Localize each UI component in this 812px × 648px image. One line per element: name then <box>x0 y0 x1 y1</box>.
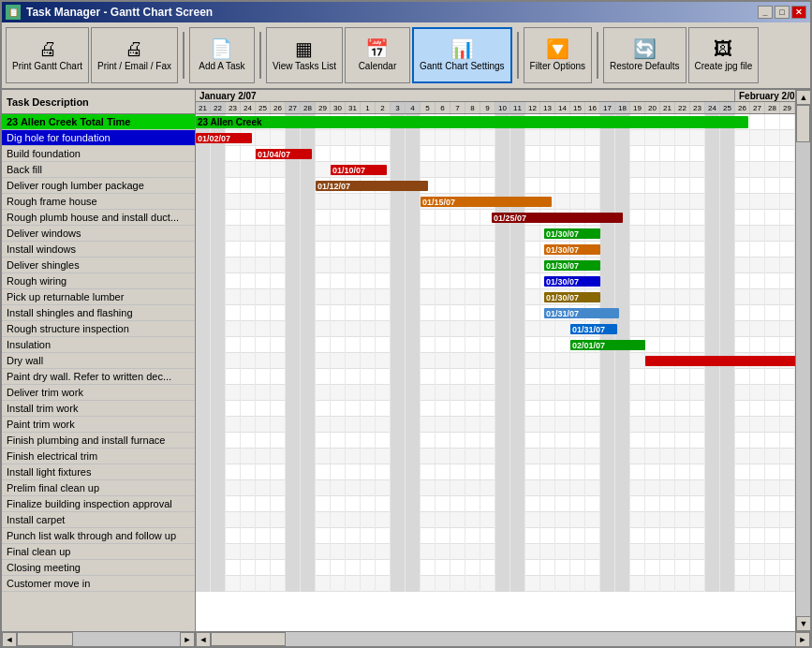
task-row[interactable]: Punch list walk through and follow up <box>2 528 195 544</box>
gantt-cell <box>436 417 450 433</box>
task-row[interactable]: Finalize building inspection approval <box>2 496 195 512</box>
gantt-cell <box>645 273 660 289</box>
task-row[interactable]: Install trim work <box>2 401 195 417</box>
gantt-cell <box>301 321 316 337</box>
gantt-cell <box>675 194 690 210</box>
filter-options-button[interactable]: 🔽 Filter Options <box>524 27 592 83</box>
create-jpg-button[interactable]: 🖼 Create jpg file <box>688 27 760 83</box>
gantt-cell <box>780 130 795 146</box>
task-row[interactable]: Back fill <box>2 162 195 178</box>
gantt-cell <box>406 401 421 417</box>
gantt-cell <box>376 496 391 512</box>
task-row[interactable]: Install light fixtures <box>2 464 195 480</box>
gantt-cell <box>690 496 705 512</box>
gantt-cell <box>480 528 495 544</box>
gantt-cell <box>331 305 346 321</box>
scroll-v-thumb[interactable] <box>796 105 810 142</box>
gantt-cell <box>256 576 271 592</box>
task-row[interactable]: Deliver shingles <box>2 258 195 273</box>
gantt-cell <box>361 385 376 401</box>
gantt-cell <box>346 226 361 242</box>
task-row[interactable]: Rough frame house <box>2 194 195 210</box>
task-row[interactable]: Install carpet <box>2 512 195 528</box>
gantt-settings-button[interactable]: 📊 Gantt Chart Settings <box>412 27 512 83</box>
task-scroll-right[interactable]: ► <box>180 632 195 647</box>
add-task-button[interactable]: 📄 Add A Task <box>189 27 255 83</box>
gantt-cell <box>735 544 750 560</box>
task-row[interactable]: 23 Allen Creek Total Time <box>2 114 195 130</box>
gantt-cell <box>645 385 660 401</box>
gantt-cell <box>301 385 316 401</box>
scroll-up-button[interactable]: ▲ <box>796 90 810 105</box>
gantt-scroll-thumb[interactable] <box>211 632 286 646</box>
task-row[interactable]: Deliver trim work <box>2 385 195 401</box>
task-row[interactable]: Finish plumbing and install furnace <box>2 433 195 449</box>
print-email-button[interactable]: 🖨 Print / Email / Fax <box>91 27 178 83</box>
gantt-cell <box>645 544 660 560</box>
maximize-button[interactable]: □ <box>775 6 790 19</box>
task-row[interactable]: Rough wiring <box>2 273 195 289</box>
gantt-cell <box>525 449 540 464</box>
task-row[interactable]: Rough structure inspection <box>2 321 195 337</box>
gantt-cell <box>286 512 301 528</box>
window-title: Task Manager - Gantt Chart Screen <box>26 6 758 19</box>
task-row[interactable]: Install shingles and flashing <box>2 305 195 321</box>
gantt-cell <box>465 273 480 289</box>
task-row[interactable]: Paint dry wall. Refer to written dec... <box>2 369 195 385</box>
calendar-button[interactable]: 📅 Calendar <box>345 27 410 83</box>
gantt-settings-label: Gantt Chart Settings <box>420 61 505 71</box>
task-row[interactable]: Pick up returnable lumber <box>2 289 195 305</box>
task-scroll-left[interactable]: ◄ <box>2 632 17 647</box>
gantt-day: 24 <box>705 102 720 114</box>
task-row[interactable]: Paint trim work <box>2 417 195 433</box>
task-row[interactable]: Dry wall <box>2 353 195 369</box>
gantt-cell <box>645 401 660 417</box>
task-row[interactable]: Deliver windows <box>2 226 195 242</box>
minimize-button[interactable]: _ <box>758 6 773 19</box>
task-row[interactable]: Rough plumb house and install duct... <box>2 210 195 226</box>
close-button[interactable]: ✕ <box>791 6 806 19</box>
task-row[interactable]: Finish electrical trim <box>2 449 195 464</box>
gantt-cell <box>705 242 720 258</box>
gantt-cell <box>585 544 600 560</box>
gantt-cell <box>690 528 705 544</box>
task-row[interactable]: Insulation <box>2 337 195 353</box>
task-row[interactable]: Build foundation <box>2 146 195 162</box>
gantt-cell <box>301 369 316 385</box>
gantt-cell <box>361 449 376 464</box>
gantt-cell <box>780 194 795 210</box>
gantt-cell <box>271 305 286 321</box>
gantt-cell <box>630 178 645 194</box>
gantt-cell <box>241 369 256 385</box>
gantt-cell <box>421 385 436 401</box>
task-row[interactable]: Deliver rough lumber package <box>2 178 195 194</box>
gantt-cell <box>690 258 705 273</box>
task-scroll-thumb[interactable] <box>17 632 73 646</box>
view-tasks-button[interactable]: ▦ View Tasks List <box>266 27 343 83</box>
gantt-bar: 01/30/07 <box>544 244 600 255</box>
gantt-cell <box>196 226 211 242</box>
task-row[interactable]: Final clean up <box>2 544 195 560</box>
gantt-day: 27 <box>750 102 765 114</box>
gantt-cell <box>690 464 705 480</box>
task-row[interactable]: Closing meeting <box>2 560 195 576</box>
scroll-down-button[interactable]: ▼ <box>796 616 810 631</box>
gantt-scroll-right[interactable]: ► <box>795 632 810 647</box>
gantt-row: 02/01/07 <box>196 337 810 353</box>
gantt-cell <box>196 242 211 258</box>
gantt-cell <box>645 512 660 528</box>
gantt-cell <box>480 576 495 592</box>
print-gantt-button[interactable]: 🖨 Print Gantt Chart <box>6 27 89 83</box>
gantt-cell <box>690 210 705 226</box>
task-row[interactable]: Prelim final clean up <box>2 480 195 496</box>
gantt-cell <box>750 242 765 258</box>
gantt-cell <box>241 210 256 226</box>
restore-defaults-button[interactable]: 🔄 Restore Defaults <box>603 27 686 83</box>
task-row[interactable]: Install windows <box>2 242 195 258</box>
task-row[interactable]: Customer move in <box>2 576 195 592</box>
task-row[interactable]: Dig hole for foundation <box>2 130 195 146</box>
gantt-scroll-left[interactable]: ◄ <box>196 632 211 647</box>
gantt-cell <box>196 289 211 305</box>
gantt-cell <box>421 449 436 464</box>
gantt-cell <box>256 480 271 496</box>
